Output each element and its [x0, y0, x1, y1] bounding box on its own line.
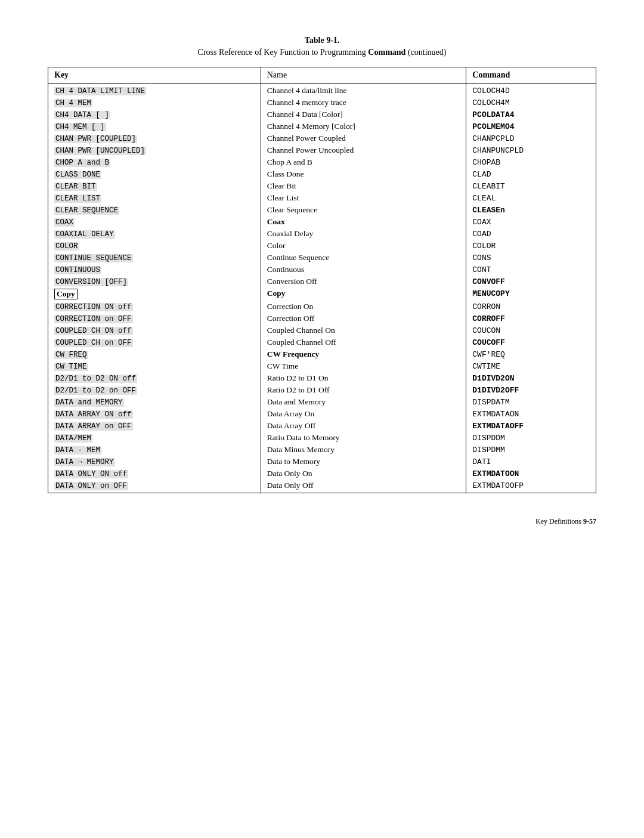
command-cell: CHANPCPLD — [466, 132, 596, 144]
command-cell: D1DIVD2ON — [466, 372, 596, 384]
command-cell: COLOCH4D — [466, 84, 596, 97]
name-cell: Data Only Off — [261, 480, 466, 493]
key-cell: CLEAR SEQUENCE — [48, 204, 261, 216]
table-row: COLORColorCOLOR — [48, 240, 596, 252]
key-cell: CW TIME — [48, 360, 261, 372]
command-cell: COLOCH4M — [466, 97, 596, 109]
table-row: DATA and MEMORYData and MemoryDISPDATM — [48, 396, 596, 408]
key-cell: D2/D1 to D2 ON off — [48, 372, 261, 384]
command-cell: D1DIVD2OFF — [466, 384, 596, 396]
table-row: CH 4 MEMChannel 4 memory traceCOLOCH4M — [48, 97, 596, 109]
table-row: CLEAR SEQUENCEClear SequenceCLEASEn — [48, 204, 596, 216]
table-row: DATA - MEMData Minus MemoryDISPDMM — [48, 444, 596, 456]
name-cell: Continuous — [261, 264, 466, 276]
command-cell: PCOLMEMO4 — [466, 120, 596, 132]
table-row: CHAN PWR [COUPLED]Channel Power CoupledC… — [48, 132, 596, 144]
table-row: CONTINUOUSContinuousCONT — [48, 264, 596, 276]
key-cell: CLEAR LIST — [48, 192, 261, 204]
table-row: DATA → MEMORYData to MemoryDATI — [48, 456, 596, 468]
name-cell: Correction On — [261, 301, 466, 313]
command-cell: PCOLDATA4 — [466, 109, 596, 120]
key-cell: DATA and MEMORY — [48, 396, 261, 408]
table-row: DATA/MEMRatio Data to MemoryDISPDDM — [48, 432, 596, 444]
name-cell: Clear List — [261, 192, 466, 204]
key-cell: CLEAR BIT — [48, 180, 261, 192]
command-cell: CWTIME — [466, 360, 596, 372]
name-cell: Conversion Off — [261, 276, 466, 287]
table-row: CW FREQCW FrequencyCWF'REQ — [48, 348, 596, 360]
key-cell: DATA ARRAY ON off — [48, 408, 261, 420]
main-table: Key Name Command CH 4 DATA LIMIT LINECha… — [48, 67, 596, 493]
name-cell: Ratio D2 to D1 On — [261, 372, 466, 384]
name-cell: Data Array On — [261, 408, 466, 420]
key-cell: COLOR — [48, 240, 261, 252]
table-row: DATA ONLY ON offData Only OnEXTMDATOON — [48, 468, 596, 480]
command-cell: CLEAL — [466, 192, 596, 204]
command-cell: CWF'REQ — [466, 348, 596, 360]
name-cell: Data Array Off — [261, 420, 466, 432]
table-row: CW TIMECW TimeCWTIME — [48, 360, 596, 372]
command-cell: DISPDATM — [466, 396, 596, 408]
command-cell: CONS — [466, 252, 596, 264]
command-cell: COLOR — [466, 240, 596, 252]
key-cell: CH4 MEM [ ] — [48, 120, 261, 132]
table-row: CORRECTION on OFFCorrection OffCORROFF — [48, 313, 596, 324]
key-cell: DATA ARRAY on OFF — [48, 420, 261, 432]
name-cell: Clear Sequence — [261, 204, 466, 216]
command-cell: CHANPUNCPLD — [466, 144, 596, 156]
name-cell: Coupled Channel Off — [261, 336, 466, 348]
command-cell: CONT — [466, 264, 596, 276]
page-title: Table 9-1. — [48, 36, 596, 45]
command-cell: COUCON — [466, 324, 596, 336]
name-cell: Data and Memory — [261, 396, 466, 408]
key-cell: COAX — [48, 216, 261, 228]
name-cell: Ratio D2 to D1 Off — [261, 384, 466, 396]
col-header-command: Command — [466, 67, 596, 84]
key-cell: CH4 DATA [ ] — [48, 109, 261, 120]
name-cell: Channel 4 Memory [Color] — [261, 120, 466, 132]
table-row: CONVERSION [OFF]Conversion OffCONVOFF — [48, 276, 596, 287]
command-cell: CORRON — [466, 301, 596, 313]
name-cell: Color — [261, 240, 466, 252]
command-cell: DATI — [466, 456, 596, 468]
command-cell: EXTMDATOOFP — [466, 480, 596, 493]
name-cell: Class Done — [261, 168, 466, 180]
command-cell: EXTMDATAON — [466, 408, 596, 420]
key-cell: Copy — [48, 287, 261, 301]
table-row: CHOP A and BChop A and BCHOPAB — [48, 156, 596, 168]
table-row: D2/D1 to D2 ON offRatio D2 to D1 OnD1DIV… — [48, 372, 596, 384]
command-cell: MENUCOPY — [466, 287, 596, 301]
key-cell: DATA ONLY ON off — [48, 468, 261, 480]
table-row: CH 4 DATA LIMIT LINEChannel 4 data/limit… — [48, 84, 596, 97]
key-cell: DATA - MEM — [48, 444, 261, 456]
name-cell: Channel 4 Data [Color] — [261, 109, 466, 120]
name-cell: CW Frequency — [261, 348, 466, 360]
name-cell: Channel 4 data/limit line — [261, 84, 466, 97]
key-cell: CW FREQ — [48, 348, 261, 360]
key-cell: CONTINUE SEQUENCE — [48, 252, 261, 264]
key-cell: DATA/MEM — [48, 432, 261, 444]
key-cell: CHAN PWR [COUPLED] — [48, 132, 261, 144]
name-cell: Copy — [261, 287, 466, 301]
key-cell: CONVERSION [OFF] — [48, 276, 261, 287]
key-cell: COUPLED CH on OFF — [48, 336, 261, 348]
name-cell: Coaxial Delay — [261, 228, 466, 240]
page-subtitle: Cross Reference of Key Function to Progr… — [48, 48, 596, 57]
key-cell: CONTINUOUS — [48, 264, 261, 276]
table-header-row: Key Name Command — [48, 67, 596, 84]
table-row: COUPLED CH ON offCoupled Channel OnCOUCO… — [48, 324, 596, 336]
table-row: D2/D1 to D2 on OFFRatio D2 to D1 OffD1DI… — [48, 384, 596, 396]
table-row: CORRECTION ON offCorrection OnCORRON — [48, 301, 596, 313]
command-cell: COAD — [466, 228, 596, 240]
command-cell: CLEASEn — [466, 204, 596, 216]
page-footer: Key Definitions 9-57 — [48, 517, 596, 526]
table-row: CLASS DONEClass DoneCLAD — [48, 168, 596, 180]
command-cell: COAX — [466, 216, 596, 228]
key-cell: CH 4 DATA LIMIT LINE — [48, 84, 261, 97]
name-cell: Ratio Data to Memory — [261, 432, 466, 444]
table-row: CH4 DATA [ ]Channel 4 Data [Color]PCOLDA… — [48, 109, 596, 120]
command-cell: EXTMDATAOFF — [466, 420, 596, 432]
name-cell: Data Minus Memory — [261, 444, 466, 456]
key-cell: DATA → MEMORY — [48, 456, 261, 468]
name-cell: Channel Power Uncoupled — [261, 144, 466, 156]
